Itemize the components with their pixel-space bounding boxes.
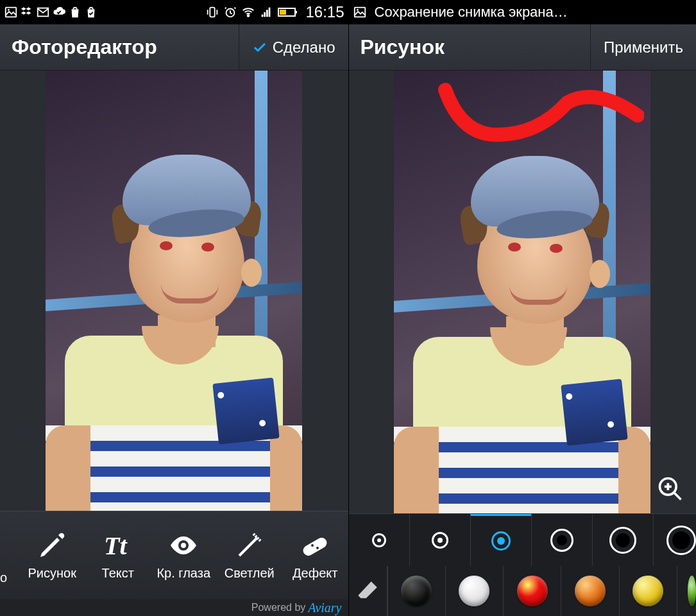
apply-button-label: Применить (604, 38, 683, 56)
svg-point-20 (356, 9, 358, 11)
svg-point-5 (248, 15, 250, 17)
tool-blemish[interactable]: Дефект (282, 530, 348, 581)
apply-button[interactable]: Применить (590, 24, 696, 70)
bandaid-icon (300, 530, 330, 561)
pencil-icon (37, 530, 67, 561)
svg-line-22 (674, 493, 681, 500)
tool-draw[interactable]: Рисунок (19, 530, 85, 581)
status-clock: 16:15 (305, 3, 344, 21)
battery-icon (277, 5, 299, 19)
svg-point-18 (316, 547, 319, 549)
photo (46, 71, 302, 511)
svg-rect-3 (210, 8, 215, 17)
check-cloud-icon (52, 5, 66, 19)
svg-rect-6 (262, 15, 264, 17)
status-saving-text: Сохранение снимка экрана… (375, 4, 568, 21)
color-orange[interactable] (561, 566, 618, 616)
check-icon (252, 40, 267, 55)
aviary-brand: Aviary (308, 601, 341, 615)
svg-rect-7 (264, 12, 266, 17)
shopping-bag-icon (68, 5, 82, 19)
color-partial[interactable] (677, 566, 696, 616)
tool-text[interactable]: Tt Текст (85, 530, 151, 581)
gmail-icon (36, 5, 50, 19)
brush-size-4[interactable] (531, 514, 592, 566)
eye-icon (168, 530, 199, 561)
draw-canvas[interactable] (349, 71, 697, 513)
image-icon (353, 5, 367, 19)
done-button-label: Сделано (273, 38, 335, 56)
statusbar: 16:15 (0, 0, 348, 24)
svg-rect-12 (280, 10, 286, 15)
svg-rect-9 (269, 8, 271, 17)
eraser-button[interactable] (349, 566, 387, 616)
vibrate-icon (205, 5, 219, 19)
tool-whiten[interactable]: Светлей (217, 530, 283, 581)
alarm-icon (223, 5, 237, 19)
svg-point-14 (181, 543, 186, 548)
svg-rect-11 (295, 11, 297, 13)
image-icon (4, 5, 18, 19)
svg-rect-19 (354, 8, 365, 17)
dropbox-icon (20, 5, 34, 19)
page-title: Фоторедактор (0, 35, 239, 59)
brush-size-3[interactable] (470, 514, 531, 566)
brush-size-1[interactable] (349, 514, 409, 566)
signal-icon (259, 5, 273, 19)
powered-by-label: Powered by (251, 602, 306, 613)
svg-point-17 (311, 544, 314, 547)
svg-rect-8 (266, 10, 268, 17)
screen-photo-editor: 16:15 Фоторедактор Сделано о (0, 0, 348, 616)
photo-canvas[interactable] (0, 71, 348, 511)
zoom-in-button[interactable] (652, 471, 688, 507)
svg-point-1 (8, 9, 10, 11)
screen-draw: Сохранение снимка экрана… Рисунок Примен… (348, 0, 697, 616)
toothbrush-icon (234, 530, 265, 561)
color-red[interactable] (503, 566, 561, 616)
brush-size-partial[interactable] (653, 514, 696, 566)
zoom-in-icon (656, 475, 684, 503)
tool-whiten-label: Светлей (225, 566, 275, 581)
color-row (349, 566, 697, 616)
wifi-icon (241, 5, 255, 19)
svg-rect-16 (301, 536, 329, 558)
text-icon: Tt (103, 530, 133, 561)
shopping-bag-check-icon (84, 5, 98, 19)
tool-draw-label: Рисунок (28, 566, 76, 581)
color-white[interactable] (445, 566, 503, 616)
photo (394, 71, 650, 513)
svg-line-15 (239, 538, 257, 556)
svg-rect-0 (6, 8, 17, 17)
tool-blemish-label: Дефект (293, 566, 337, 581)
done-button[interactable]: Сделано (239, 24, 348, 70)
editor-toolbar: о Рисунок Tt Текст Кр. глаза Светлей Деф… (0, 511, 348, 599)
color-black[interactable] (387, 566, 445, 616)
tool-redeye-label: Кр. глаза (157, 566, 210, 581)
header: Рисунок Применить (349, 24, 697, 71)
header: Фоторедактор Сделано (0, 24, 348, 71)
page-title: Рисунок (349, 35, 590, 59)
brush-size-2[interactable] (409, 514, 470, 566)
tool-redeye[interactable]: Кр. глаза (151, 530, 217, 581)
svg-text:Tt: Tt (104, 531, 128, 560)
eraser-icon (357, 580, 378, 602)
toolbar-item-partial[interactable]: о (0, 511, 19, 599)
color-yellow[interactable] (619, 566, 677, 616)
statusbar: Сохранение снимка экрана… (349, 0, 697, 24)
brush-size-5[interactable] (592, 514, 653, 566)
tool-text-label: Текст (102, 566, 134, 581)
brush-size-row (349, 513, 697, 566)
powered-by-footer: Powered by Aviary (0, 599, 348, 616)
